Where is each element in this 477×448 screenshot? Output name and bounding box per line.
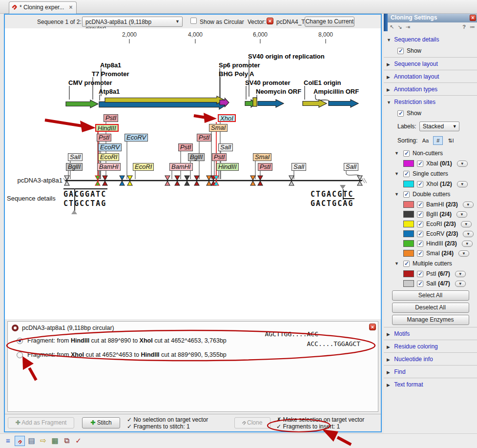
restriction-site-label[interactable]: SalI [291, 163, 306, 171]
section-annotation-types[interactable]: ▶ Annotation types [384, 82, 477, 95]
restriction-site-label[interactable]: PstI [197, 134, 211, 142]
enzyme-checkbox[interactable] [417, 202, 423, 208]
restriction-site-label[interactable]: HindIII [95, 124, 119, 132]
text-view-icon[interactable]: ▤ [26, 436, 37, 446]
pan-arrow-icon[interactable]: ↘ [397, 24, 402, 30]
enzyme-checkbox[interactable] [417, 161, 423, 167]
enzyme-options-dropdown[interactable]: ▼ [455, 271, 466, 277]
enzyme-options-dropdown[interactable]: ▼ [456, 211, 467, 218]
fragment-panel-close-icon[interactable]: × [369, 324, 376, 330]
group-checkbox[interactable] [403, 171, 410, 177]
section-residue-coloring[interactable]: ▶ Residue coloring [384, 340, 477, 352]
section-restriction-sites[interactable]: ▼ Restriction sites [384, 95, 477, 108]
section-sequence-details[interactable]: ▼ Sequence details [384, 33, 477, 45]
section-motifs[interactable]: ▶ Motifs [384, 327, 477, 340]
sequence-select[interactable]: pcDNA3-atp8a1 (9,118bp circular) ▼ [82, 17, 183, 27]
clone-button[interactable]: Clone [234, 417, 270, 428]
show-as-circular-checkbox[interactable] [190, 18, 197, 24]
enzyme-options-dropdown[interactable]: ▼ [462, 241, 473, 247]
enzyme-color-swatch[interactable] [403, 240, 414, 247]
change-to-current-button[interactable]: Change to Current [305, 17, 354, 27]
stitch-button[interactable]: ✚ Stitch [82, 417, 120, 428]
restriction-site-label[interactable]: BamHI [169, 163, 193, 171]
group-double-cutters[interactable]: ▼ Double cutters [384, 189, 477, 200]
select-arrow-icon[interactable]: ↖ [390, 24, 394, 30]
restriction-site-label[interactable]: HindIII [216, 163, 239, 171]
restriction-site-label[interactable]: PstI [178, 143, 193, 151]
sidebar-close-icon[interactable]: × [470, 15, 476, 21]
vector-remove-icon[interactable]: × [267, 18, 273, 24]
enzyme-options-dropdown[interactable]: ▼ [455, 281, 466, 287]
show-checkbox[interactable] [397, 48, 404, 54]
restriction-site-label[interactable]: EcoRI [98, 153, 119, 161]
manage-enzymes-button[interactable]: Manage Enzymes [392, 315, 469, 325]
group-non-cutters[interactable]: ▼ Non-cutters [384, 148, 477, 159]
restriction-site-label[interactable]: BglII [188, 153, 205, 161]
restriction-site-label[interactable]: XhoI [218, 114, 236, 122]
restriction-site-label[interactable]: EcoRI [133, 163, 154, 171]
restriction-site-label[interactable]: SalI [218, 143, 233, 151]
enzyme-color-swatch[interactable] [403, 211, 414, 218]
restriction-show-checkbox[interactable] [397, 110, 404, 117]
restriction-site-label[interactable]: PstI [212, 153, 227, 161]
enzyme-color-swatch[interactable] [403, 230, 414, 237]
enzyme-checkbox[interactable] [417, 181, 423, 187]
table-export-icon[interactable]: ⇨ [38, 436, 48, 446]
sort-count-button[interactable]: # [433, 136, 443, 145]
enzyme-color-swatch[interactable] [403, 160, 414, 167]
enzyme-checkbox[interactable] [417, 211, 423, 218]
enzyme-options-dropdown[interactable]: ▼ [461, 221, 472, 227]
section-annotation-layout[interactable]: ▶ Annotation layout [384, 70, 477, 82]
restriction-site-label[interactable]: BamHI [97, 163, 121, 171]
labels-dropdown[interactable]: Stacked ▼ [419, 122, 459, 131]
section-nucleotide-info[interactable]: ▶ Nucleotide info [384, 352, 477, 365]
group-checkbox[interactable] [403, 191, 410, 198]
restriction-site-label[interactable]: SmaI [253, 153, 271, 161]
fragment-option-1[interactable]: Fragment: from HindIII cut at 889^890 to… [17, 337, 227, 344]
enzyme-checkbox[interactable] [417, 250, 423, 257]
enzyme-checkbox[interactable] [417, 271, 423, 277]
sort-alpha-button[interactable]: Aa [420, 136, 430, 145]
add-as-fragment-button[interactable]: ✚ Add as Fragment [8, 417, 74, 428]
enzyme-color-swatch[interactable] [403, 181, 414, 187]
tab-close-icon[interactable]: × [69, 4, 72, 11]
annotation-check-icon[interactable]: ✓ [73, 436, 83, 446]
enzyme-color-swatch[interactable] [403, 201, 414, 208]
section-text-format[interactable]: ▶ Text format [384, 378, 477, 390]
tab-cloning-experiment[interactable]: * Cloning exper... × [9, 1, 77, 14]
restriction-site-label[interactable]: SmaI [209, 124, 228, 132]
enzyme-checkbox[interactable] [417, 281, 423, 287]
restriction-site-label[interactable]: PstI [104, 114, 118, 122]
enzyme-checkbox[interactable] [417, 231, 423, 237]
group-single-cutters[interactable]: ▼ Single cutters [384, 168, 477, 179]
enzyme-checkbox[interactable] [417, 241, 423, 247]
section-find[interactable]: ▶ Find [384, 365, 477, 378]
deselect-all-button[interactable]: Deselect All [392, 303, 469, 313]
list-view-icon[interactable]: ≡ [3, 436, 13, 446]
fragment-radio-selected[interactable] [17, 338, 23, 344]
enzyme-options-dropdown[interactable]: ▼ [463, 231, 474, 237]
view-list-icon[interactable]: ≔ [470, 24, 475, 30]
enzyme-checkbox[interactable] [417, 221, 423, 227]
circular-view-icon[interactable] [15, 436, 25, 446]
select-all-button[interactable]: Select All [392, 290, 469, 301]
enzyme-options-dropdown[interactable]: ▼ [457, 181, 468, 187]
restriction-site-label[interactable]: EcoRV [98, 143, 122, 151]
enzyme-options-dropdown[interactable]: ▼ [458, 250, 469, 257]
enzyme-color-swatch[interactable] [403, 270, 414, 277]
enzyme-options-dropdown[interactable]: ▼ [457, 161, 468, 167]
fragment-option-2[interactable]: Fragment: from XhoI cut at 4652^4653 to … [17, 351, 227, 358]
enzyme-color-swatch[interactable] [403, 280, 414, 287]
restriction-site-label[interactable]: PstI [258, 163, 272, 171]
group-multiple-cutters[interactable]: ▼ Multiple cutters [384, 258, 477, 269]
enzyme-color-swatch[interactable] [403, 221, 414, 227]
fragment-radio-unselected[interactable] [17, 352, 23, 358]
group-checkbox[interactable] [403, 150, 410, 157]
table-view-icon[interactable]: ▦ [50, 436, 60, 446]
restriction-site-label[interactable]: BglII [66, 163, 83, 171]
group-checkbox[interactable] [403, 261, 410, 267]
restriction-site-label[interactable]: SalI [68, 153, 83, 161]
restriction-site-label[interactable]: EcoRV [124, 134, 148, 142]
enzyme-color-swatch[interactable] [403, 250, 414, 257]
help-icon[interactable]: ? [462, 24, 466, 30]
